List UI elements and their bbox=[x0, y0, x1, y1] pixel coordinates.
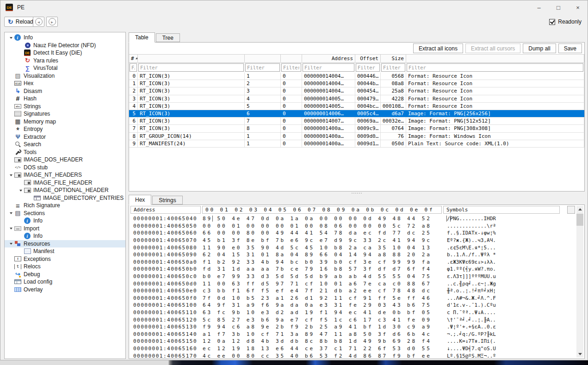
sidebar-item-hex[interactable]: Hex bbox=[5, 80, 125, 87]
hex-row[interactable]: 00000001:4006509062 04 15 31 01 8a 04 89… bbox=[129, 251, 576, 259]
table-row[interactable]: 9RT_MANIFEST(24)1000000001400a…0009d1…05… bbox=[129, 140, 584, 148]
filter-input-1[interactable] bbox=[138, 63, 244, 72]
hex-row[interactable]: 00000001:4006506066 00 00 80 00 49 44 41… bbox=[129, 229, 576, 237]
filter-input-3[interactable] bbox=[281, 63, 301, 72]
hex-row[interactable]: 00000001:40065130f9 94 c6 a8 9e 2b f9 2b… bbox=[129, 323, 576, 331]
tab-tree[interactable]: Tree bbox=[156, 33, 180, 42]
sidebar-item-image-nt-headers[interactable]: IMAGE_NT_HEADERS bbox=[5, 171, 125, 179]
sidebar-item-search[interactable]: Search bbox=[5, 141, 125, 148]
sidebar-item-extractor[interactable]: Extractor bbox=[5, 133, 125, 141]
collapse-arrow-icon[interactable] bbox=[7, 210, 14, 216]
pane-splitter[interactable] bbox=[129, 192, 585, 194]
collapse-arrow-icon[interactable] bbox=[7, 35, 14, 40]
sidebar-item-overlay[interactable]: Overlay bbox=[5, 286, 125, 294]
column-header-2[interactable] bbox=[245, 55, 281, 62]
table-row[interactable]: 2RT_ICON(3)30000000014004…000454…25a8For… bbox=[129, 87, 584, 95]
sidebar-item-import[interactable]: Import bbox=[5, 225, 125, 233]
hex-row[interactable]: 00000001:4006507045 b1 3f 8e bf 7b e6 9c… bbox=[129, 237, 576, 244]
action-save[interactable]: Save bbox=[558, 43, 582, 53]
hex-row[interactable]: 00000001:400650e0c3 bb f1 6f f5 ef e4 7f… bbox=[129, 287, 576, 295]
filter-input-7[interactable] bbox=[407, 63, 583, 72]
column-header-3[interactable] bbox=[281, 55, 302, 62]
table-row[interactable]: 8RT_GROUP_ICON(14)1000000001400a…0009d0…… bbox=[129, 133, 584, 140]
hex-row[interactable]: 00000001:40065140a1 f7 3b 10 cf 71 3a 89… bbox=[129, 331, 576, 338]
sidebar-item-hash[interactable]: Hash bbox=[5, 95, 125, 103]
sidebar-item-dos-stub[interactable]: DOS stub bbox=[5, 164, 125, 172]
action-extract-all-icons[interactable]: Extract all icons bbox=[413, 43, 463, 53]
hex-row[interactable]: 00000001:400650b0fd 31 1d aa aa 7b ce 79… bbox=[129, 266, 576, 273]
minimize-button[interactable]: – bbox=[529, 0, 549, 14]
readonly-checkbox[interactable]: Readonly bbox=[549, 19, 582, 25]
scroll-down-arrow-icon[interactable] bbox=[576, 351, 583, 358]
sidebar-item-relocs[interactable]: Relocs bbox=[5, 263, 125, 271]
filter-input-5[interactable] bbox=[356, 63, 380, 72]
hex-row[interactable]: 00000001:4006510064 9f 31 a9 f6 9a da 0a… bbox=[129, 302, 576, 309]
column-header-offset[interactable]: Offset bbox=[355, 55, 381, 62]
collapse-arrow-icon[interactable] bbox=[7, 173, 14, 178]
hex-row[interactable]: 00000001:4006505000 00 01 00 00 00 01 00… bbox=[129, 223, 576, 230]
hex-row[interactable]: 00000001:40065160ec 12 19 18 13 e6 44 ce… bbox=[129, 345, 576, 353]
filter-input-4[interactable] bbox=[303, 63, 354, 72]
collapse-arrow-icon[interactable] bbox=[7, 226, 14, 231]
sidebar-item-strings[interactable]: Strings bbox=[5, 103, 125, 111]
tab-strings[interactable]: Strings bbox=[152, 196, 182, 204]
sidebar-item-rich-signature[interactable]: Rich Signature bbox=[5, 202, 125, 210]
sidebar-item-nauz-file-detector-nfd[interactable]: Nauz File Detector (NFD) bbox=[5, 42, 125, 49]
sidebar-item-debug[interactable]: Debug bbox=[5, 271, 125, 278]
column-header-1[interactable] bbox=[138, 55, 245, 62]
sidebar-item-image-optional-header[interactable]: IMAGE_OPTIONAL_HEADER bbox=[5, 186, 125, 194]
sidebar-item-visualization[interactable]: Visualization bbox=[5, 72, 125, 80]
sidebar-item-exceptions[interactable]: Exceptions bbox=[5, 255, 125, 263]
sidebar-item-info[interactable]: Info bbox=[5, 217, 125, 225]
table-row[interactable]: 5RT_ICON(3)60000000014006…0005c4…d6a7Ima… bbox=[129, 110, 584, 118]
sidebar-item-image-directory-entries[interactable]: IMAGE_DIRECTORY_ENTRIES bbox=[5, 194, 125, 202]
filter-input-2[interactable] bbox=[245, 63, 280, 72]
hex-row[interactable]: 00000001:400650f07f 0d 10 b5 23 a1 26 d1… bbox=[129, 295, 576, 302]
sidebar-item-yara-rules[interactable]: Yara rules bbox=[5, 57, 125, 65]
tab-table[interactable]: Table bbox=[129, 32, 155, 43]
hex-row[interactable]: 00000001:400650c0b0 e7 99 33 d3 5d 5d 5d… bbox=[129, 273, 576, 280]
sidebar-item-tools[interactable]: Tools bbox=[5, 148, 125, 156]
sidebar-item-sections[interactable]: Sections bbox=[5, 210, 125, 217]
table-row[interactable]: 4RT_ICON(3)50000000014005…0004bc…000108…… bbox=[129, 103, 584, 110]
hex-row[interactable]: 00000001:4006508011 90 e0 35 90 4d 5c 45… bbox=[129, 244, 576, 251]
hex-row[interactable]: 00000001:400651704c ee 00 80 cc 35 40 b6… bbox=[129, 352, 576, 359]
maximize-button[interactable]: □ bbox=[549, 0, 568, 14]
sidebar-item-manifest[interactable]: Manifest bbox=[5, 247, 125, 255]
sidebar-item-load-config[interactable]: Load config bbox=[5, 278, 125, 286]
sidebar-item-signatures[interactable]: Signatures bbox=[5, 110, 125, 118]
close-button[interactable]: × bbox=[568, 0, 588, 14]
forward-button[interactable]: ▶ bbox=[46, 17, 58, 27]
column-header-size[interactable]: Size bbox=[381, 55, 406, 62]
collapse-arrow-icon[interactable] bbox=[17, 188, 24, 193]
back-button[interactable]: ◀ bbox=[33, 17, 44, 27]
sidebar-item-virustotal[interactable]: VirusTotal bbox=[5, 64, 125, 72]
table-row[interactable]: 1RT_ICON(3)20000000014004…00044b…08a8For… bbox=[129, 80, 584, 87]
sidebar-item-info[interactable]: Info bbox=[5, 34, 125, 42]
column-header-address[interactable]: Address bbox=[302, 55, 355, 62]
hex-row[interactable]: 00000001:4006515012 0a 12 d8 4b 3d db 8c… bbox=[129, 338, 576, 345]
sidebar-item-resources[interactable]: Resources bbox=[5, 240, 125, 248]
hex-row[interactable]: 00000001:400650a0f1 b2 92 33 4b 94 bc b0… bbox=[129, 259, 576, 266]
scroll-up-arrow-icon[interactable] bbox=[576, 206, 583, 213]
column-header-7[interactable] bbox=[406, 55, 584, 62]
hex-row[interactable]: 00000001:4006504089 50 4e 47 0d 0a 1a 0a… bbox=[129, 215, 576, 223]
tab-hex[interactable]: Hex bbox=[129, 195, 151, 205]
sidebar-item-entropy[interactable]: Entropy bbox=[5, 125, 125, 133]
sidebar-item-image-file-header[interactable]: IMAGE_FILE_HEADER bbox=[5, 179, 125, 187]
table-row[interactable]: 7RT_ICON(3)8000000001400a…0009c9…0764Ima… bbox=[129, 125, 584, 132]
sidebar-item-detect-it-easy-die[interactable]: Detect It Easy (DiE) bbox=[5, 49, 125, 57]
hex-row[interactable]: 00000001:4006511063 fc 9b 10 e3 d2 ad 19… bbox=[129, 309, 576, 316]
column-header-[interactable]: # bbox=[129, 55, 138, 62]
table-row[interactable]: 6RT_ICON(3)70000000014007…00069a…00032e…… bbox=[129, 118, 584, 125]
table-row[interactable]: 3RT_ICON(3)40000000014005…000479…4228For… bbox=[129, 95, 584, 103]
scroll-thumb[interactable] bbox=[576, 214, 583, 226]
action-dump-all[interactable]: Dump all bbox=[523, 43, 556, 53]
sidebar-item-info[interactable]: Info bbox=[5, 232, 125, 240]
filter-input-0[interactable] bbox=[130, 63, 137, 72]
sidebar-item-memory-map[interactable]: Memory map bbox=[5, 118, 125, 126]
table-row[interactable]: 0RT_ICON(3)10000000014004…000446…0568For… bbox=[129, 73, 584, 80]
hex-row[interactable]: 00000001:400651205c 85 27 e3 b6 9a e7 cf… bbox=[129, 316, 576, 323]
hex-options-button[interactable] bbox=[567, 206, 575, 214]
sidebar-item-image-dos-header[interactable]: IMAGE_DOS_HEADER bbox=[5, 156, 125, 164]
